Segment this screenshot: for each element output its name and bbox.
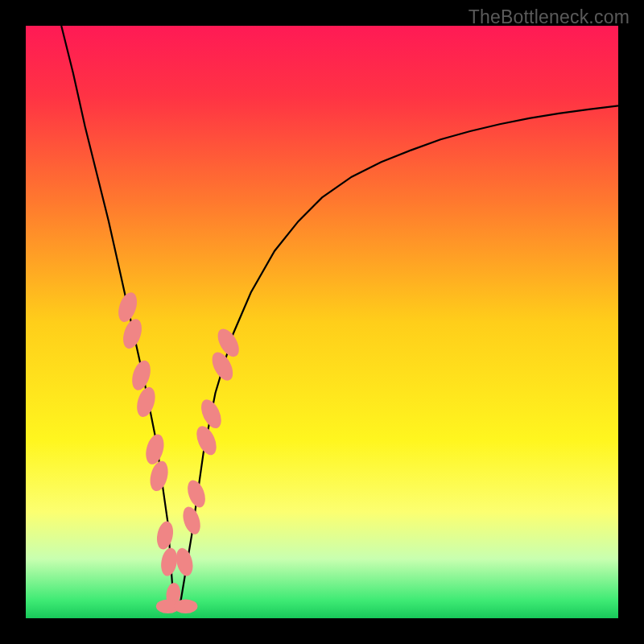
bottleneck-curve <box>61 26 618 606</box>
plot-area <box>26 26 618 618</box>
chart-svg <box>26 26 618 618</box>
marker <box>155 520 175 551</box>
marker <box>174 547 196 578</box>
marker <box>197 396 225 431</box>
marker <box>192 423 220 458</box>
marker <box>159 547 180 577</box>
highlighted-points <box>115 290 243 613</box>
marker <box>180 505 204 537</box>
marker <box>184 477 208 510</box>
marker <box>143 432 167 466</box>
marker <box>174 600 197 614</box>
chart-frame: TheBottleneck.com <box>0 0 644 644</box>
watermark-text: TheBottleneck.com <box>469 6 630 28</box>
marker <box>147 459 171 493</box>
